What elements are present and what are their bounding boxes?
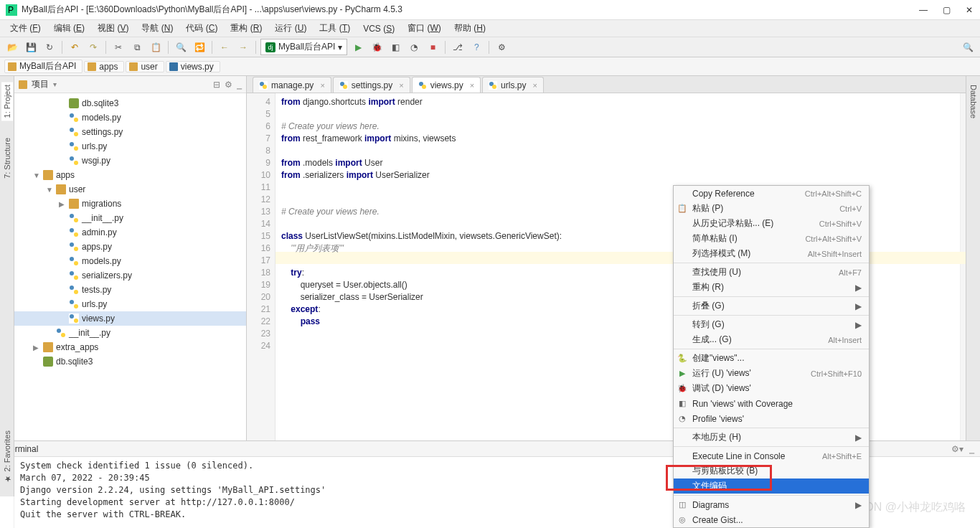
- menu-item[interactable]: 视图 (V): [92, 21, 134, 36]
- close-icon[interactable]: ×: [399, 81, 403, 90]
- search-everywhere-icon[interactable]: 🔍: [960, 39, 976, 55]
- tree-node[interactable]: ▼apps: [14, 168, 246, 182]
- close-button[interactable]: ✕: [964, 5, 974, 15]
- tree-node[interactable]: tests.py: [14, 283, 246, 297]
- context-menu-item[interactable]: Execute Line in ConsoleAlt+Shift+E: [674, 448, 869, 463]
- find-icon[interactable]: 🔍: [173, 39, 189, 55]
- context-menu-item[interactable]: Copy ReferenceCtrl+Alt+Shift+C: [674, 186, 869, 201]
- coverage-icon[interactable]: ◧: [387, 39, 403, 55]
- close-icon[interactable]: ×: [470, 81, 474, 90]
- context-menu-item[interactable]: 🐍创建"views"...: [674, 351, 869, 366]
- context-menu-item[interactable]: 列选择模式 (M)Alt+Shift+Insert: [674, 246, 869, 261]
- tree-node[interactable]: __init__.py: [14, 211, 246, 225]
- settings-icon[interactable]: ⚙: [494, 39, 509, 55]
- context-menu-item[interactable]: 重构 (R)▶: [674, 280, 869, 295]
- tree-node[interactable]: urls.py: [14, 139, 246, 154]
- paste-icon[interactable]: 📋: [148, 39, 164, 55]
- breadcrumb-item[interactable]: views.py: [166, 61, 220, 72]
- editor-tab[interactable]: urls.py×: [482, 77, 544, 93]
- tree-node[interactable]: db.sqlite3: [14, 354, 246, 369]
- menu-item[interactable]: 帮助 (H): [448, 21, 491, 36]
- tree-node[interactable]: models.py: [14, 110, 246, 125]
- breadcrumb-item[interactable]: user: [126, 61, 164, 72]
- context-menu-item[interactable]: 📋粘贴 (P)Ctrl+V: [674, 201, 869, 216]
- context-menu-item[interactable]: 简单粘贴 (I)Ctrl+Alt+Shift+V: [674, 231, 869, 246]
- copy-icon[interactable]: ⧉: [129, 39, 145, 55]
- breadcrumb-item[interactable]: MyBall后台API: [4, 60, 83, 73]
- context-menu-item[interactable]: 与剪贴板比较 (B): [674, 463, 869, 478]
- context-menu-item[interactable]: 文件编码: [674, 478, 869, 494]
- menu-item[interactable]: 导航 (N): [136, 21, 179, 36]
- context-menu-item[interactable]: ◎Create Gist...: [674, 512, 869, 527]
- help-icon[interactable]: ?: [468, 39, 484, 55]
- editor-tab[interactable]: settings.py×: [333, 77, 410, 93]
- context-menu-item[interactable]: ◧Run 'views' with Coverage: [674, 396, 869, 411]
- forward-icon[interactable]: →: [235, 39, 251, 55]
- menu-item[interactable]: 代码 (C): [180, 21, 223, 36]
- tree-node[interactable]: views.py: [14, 311, 246, 326]
- menu-item[interactable]: 重构 (R): [225, 21, 268, 36]
- project-tree[interactable]: db.sqlite3models.pysettings.pyurls.pywsg…: [14, 93, 246, 440]
- context-menu-item[interactable]: 折叠 (G)▶: [674, 298, 869, 314]
- context-menu-item[interactable]: 查找使用 (U)Alt+F7: [674, 265, 869, 280]
- profile-icon[interactable]: ◔: [406, 39, 422, 55]
- context-menu-item[interactable]: ◔Profile 'views': [674, 411, 869, 426]
- redo-icon[interactable]: ↷: [85, 39, 101, 55]
- gear-icon[interactable]: ⚙: [225, 80, 232, 90]
- tool-tab[interactable]: 1: Project: [1, 82, 13, 121]
- breadcrumb-item[interactable]: apps: [84, 61, 124, 72]
- menu-item[interactable]: 窗口 (W): [402, 21, 447, 36]
- cut-icon[interactable]: ✂: [110, 39, 126, 55]
- context-menu-item[interactable]: ◫Diagrams▶: [674, 497, 869, 512]
- editor-tab[interactable]: manage.py×: [253, 77, 331, 93]
- tree-node[interactable]: wsgi.py: [14, 154, 246, 168]
- sync-icon[interactable]: ↻: [42, 39, 57, 55]
- run-icon[interactable]: ▶: [350, 39, 366, 55]
- run-config-selector[interactable]: dj MyBall后台API ▾: [260, 39, 347, 55]
- context-menu-item[interactable]: 本地历史 (H)▶: [674, 430, 869, 445]
- menu-item[interactable]: 文件 (F): [4, 21, 47, 36]
- tree-node[interactable]: ▶extra_apps: [14, 340, 246, 354]
- tree-node[interactable]: __init__.py: [14, 326, 246, 340]
- favorites-tab[interactable]: ★ 2: Favorites: [2, 430, 11, 484]
- tool-tab[interactable]: Database: [968, 82, 979, 121]
- open-icon[interactable]: 📂: [4, 39, 20, 55]
- collapse-icon[interactable]: ⊟: [213, 80, 220, 90]
- context-menu-item[interactable]: ▶运行 (U) 'views'Ctrl+Shift+F10: [674, 366, 869, 381]
- close-icon[interactable]: ×: [320, 81, 324, 90]
- close-icon[interactable]: ×: [532, 81, 537, 90]
- minimize-button[interactable]: —: [918, 5, 928, 15]
- tree-node[interactable]: db.sqlite3: [14, 96, 246, 110]
- vcs-icon[interactable]: ⎇: [450, 39, 466, 55]
- maximize-button[interactable]: ▢: [941, 5, 951, 15]
- back-icon[interactable]: ←: [217, 39, 232, 55]
- tree-node[interactable]: ▼user: [14, 182, 246, 197]
- minimap[interactable]: [960, 93, 966, 440]
- save-icon[interactable]: 💾: [23, 39, 39, 55]
- undo-icon[interactable]: ↶: [67, 39, 83, 55]
- tree-node[interactable]: admin.py: [14, 225, 246, 240]
- tree-node[interactable]: ▶migrations: [14, 197, 246, 211]
- context-menu-item[interactable]: 生成... (G)Alt+Insert: [674, 332, 869, 347]
- tree-node[interactable]: models.py: [14, 254, 246, 268]
- context-menu-item[interactable]: 转到 (G)▶: [674, 317, 869, 332]
- context-menu[interactable]: Copy ReferenceCtrl+Alt+Shift+C📋粘贴 (P)Ctr…: [673, 185, 870, 528]
- menu-item[interactable]: 运行 (U): [269, 21, 312, 36]
- tree-node[interactable]: urls.py: [14, 297, 246, 311]
- gear-icon[interactable]: ⚙▾: [951, 444, 963, 454]
- editor-tab[interactable]: views.py×: [412, 77, 481, 93]
- tree-node[interactable]: apps.py: [14, 240, 246, 254]
- menu-item[interactable]: VCS (S): [357, 22, 400, 35]
- hide-icon[interactable]: ⎯: [969, 444, 974, 454]
- stop-icon[interactable]: ■: [425, 39, 440, 55]
- debug-icon[interactable]: 🐞: [369, 39, 385, 55]
- tree-node[interactable]: settings.py: [14, 125, 246, 139]
- tree-node[interactable]: serializers.py: [14, 268, 246, 283]
- context-menu-item[interactable]: 🐞调试 (D) 'views': [674, 381, 869, 396]
- context-menu-item[interactable]: 从历史记录粘贴... (E)Ctrl+Shift+V: [674, 216, 869, 231]
- tool-tab[interactable]: 7: Structure: [1, 135, 13, 182]
- hide-icon[interactable]: ⎯: [237, 80, 242, 90]
- menu-item[interactable]: 工具 (T): [314, 21, 356, 36]
- menu-item[interactable]: 编辑 (E): [48, 21, 90, 36]
- replace-icon[interactable]: 🔁: [192, 39, 207, 55]
